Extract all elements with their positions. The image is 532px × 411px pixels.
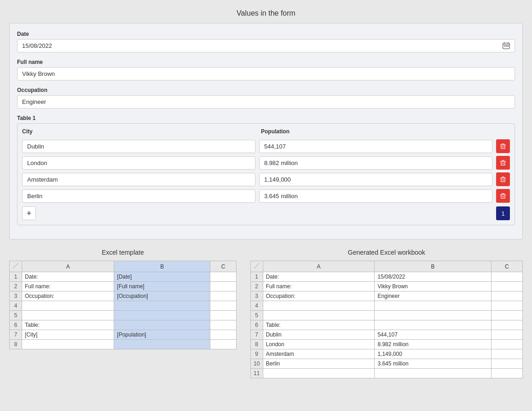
excel-template-section: Excel template A B C 1 Date: [Date] 2 Fu… bbox=[9, 249, 237, 349]
svg-rect-20 bbox=[502, 194, 504, 194]
gen-col-c: C bbox=[491, 261, 522, 272]
cell-c bbox=[491, 369, 522, 378]
page-title: Values in the form bbox=[9, 9, 523, 17]
delete-row-button-3[interactable] bbox=[496, 189, 510, 203]
svg-rect-6 bbox=[508, 46, 509, 46]
cell-c bbox=[210, 291, 236, 301]
cell-b bbox=[114, 320, 210, 330]
calendar-icon[interactable] bbox=[502, 41, 511, 51]
cell-b bbox=[375, 311, 491, 320]
table1-label: Table 1 bbox=[17, 115, 515, 121]
cell-b: Engineer bbox=[375, 291, 491, 301]
cell-a bbox=[22, 340, 114, 349]
cell-c bbox=[491, 301, 522, 311]
list-item: 6 Table: bbox=[250, 320, 522, 330]
city-input-3[interactable] bbox=[22, 189, 255, 203]
cell-b: [Full name] bbox=[114, 282, 210, 291]
svg-line-24 bbox=[254, 263, 260, 268]
delete-row-button-0[interactable] bbox=[496, 139, 510, 153]
cell-b bbox=[114, 301, 210, 311]
date-label: Date bbox=[17, 31, 515, 37]
row-num: 8 bbox=[250, 340, 263, 349]
list-item: 4 bbox=[10, 301, 237, 311]
row-num: 10 bbox=[250, 359, 263, 369]
corner-cell bbox=[10, 261, 22, 272]
list-item: 9 Amsterdam 1,149,000 bbox=[250, 349, 522, 359]
excel-template-title: Excel template bbox=[9, 249, 237, 256]
city-input-2[interactable] bbox=[22, 173, 255, 186]
fullname-field-group: Full name bbox=[17, 59, 515, 80]
row-num: 5 bbox=[250, 311, 263, 320]
cell-a: Dublin bbox=[263, 330, 375, 340]
excel-generated-title: Generated Excel workbook bbox=[250, 249, 523, 256]
row-num: 3 bbox=[250, 291, 263, 301]
cell-b bbox=[114, 340, 210, 349]
delete-row-button-1[interactable] bbox=[496, 156, 510, 170]
list-item: 8 London 8.982 million bbox=[250, 340, 522, 349]
cell-a: Date: bbox=[22, 272, 114, 282]
row-num: 5 bbox=[10, 311, 22, 320]
list-item: 1 Date: [Date] bbox=[10, 272, 237, 282]
cell-a: Date: bbox=[263, 272, 375, 282]
population-input-2[interactable] bbox=[259, 173, 492, 186]
gen-corner-cell bbox=[250, 261, 263, 272]
row-num: 8 bbox=[10, 340, 22, 349]
row-num: 6 bbox=[250, 320, 263, 330]
occupation-label: Occupation bbox=[17, 87, 515, 93]
list-item: 3 Occupation: [Occupation] bbox=[10, 291, 237, 301]
template-col-b: B bbox=[114, 261, 210, 272]
list-item: 4 bbox=[250, 301, 522, 311]
table-row bbox=[22, 156, 510, 170]
list-item: 5 bbox=[10, 311, 237, 320]
date-input[interactable] bbox=[17, 39, 515, 52]
table1-section: City Population bbox=[17, 123, 515, 225]
template-col-a: A bbox=[22, 261, 114, 272]
cell-b: Vikky Brown bbox=[375, 282, 491, 291]
date-field-group: Date bbox=[17, 31, 515, 52]
list-item: 8 bbox=[10, 340, 237, 349]
city-input-0[interactable] bbox=[22, 140, 255, 153]
occupation-input[interactable] bbox=[17, 95, 515, 108]
row-num: 6 bbox=[10, 320, 22, 330]
fullname-input[interactable] bbox=[17, 67, 515, 80]
cell-c bbox=[491, 359, 522, 369]
add-row-button[interactable]: + bbox=[22, 206, 36, 220]
row-num: 4 bbox=[10, 301, 22, 311]
svg-rect-8 bbox=[502, 144, 504, 144]
cell-b: 544,107 bbox=[375, 330, 491, 340]
population-input-0[interactable] bbox=[259, 140, 492, 153]
cell-c bbox=[210, 272, 236, 282]
population-input-3[interactable] bbox=[259, 189, 492, 203]
cell-a bbox=[263, 311, 375, 320]
cell-c bbox=[210, 311, 236, 320]
population-col-header: Population bbox=[261, 128, 492, 135]
population-input-1[interactable] bbox=[259, 156, 492, 170]
svg-line-23 bbox=[13, 263, 18, 268]
cell-c bbox=[210, 282, 236, 291]
cell-c bbox=[491, 330, 522, 340]
city-input-1[interactable] bbox=[22, 156, 255, 170]
list-item: 7 Dublin 544,107 bbox=[250, 330, 522, 340]
city-col-header: City bbox=[22, 128, 254, 135]
list-item: 1 Date: 15/08/2022 bbox=[250, 272, 522, 282]
svg-rect-5 bbox=[506, 46, 507, 46]
table-row bbox=[22, 172, 510, 186]
cell-c bbox=[210, 320, 236, 330]
list-item: 3 Occupation: Engineer bbox=[250, 291, 522, 301]
cell-b: 15/08/2022 bbox=[375, 272, 491, 282]
table1-header: City Population bbox=[22, 128, 510, 137]
cell-b: [Date] bbox=[114, 272, 210, 282]
row-num: 1 bbox=[10, 272, 22, 282]
cell-c bbox=[210, 301, 236, 311]
cell-b bbox=[114, 311, 210, 320]
template-col-c: C bbox=[210, 261, 236, 272]
cell-a: Table: bbox=[263, 320, 375, 330]
table-row bbox=[22, 139, 510, 153]
excel-generated-table: A B C 1 Date: 15/08/2022 2 Full name: Vi… bbox=[250, 261, 523, 378]
gen-col-a: A bbox=[263, 261, 375, 272]
cell-a bbox=[263, 369, 375, 378]
row-num: 3 bbox=[10, 291, 22, 301]
excel-template-table: A B C 1 Date: [Date] 2 Full name: [Full … bbox=[9, 261, 237, 349]
delete-row-button-2[interactable] bbox=[496, 172, 510, 186]
bottom-section: Excel template A B C 1 Date: [Date] 2 Fu… bbox=[9, 249, 523, 378]
